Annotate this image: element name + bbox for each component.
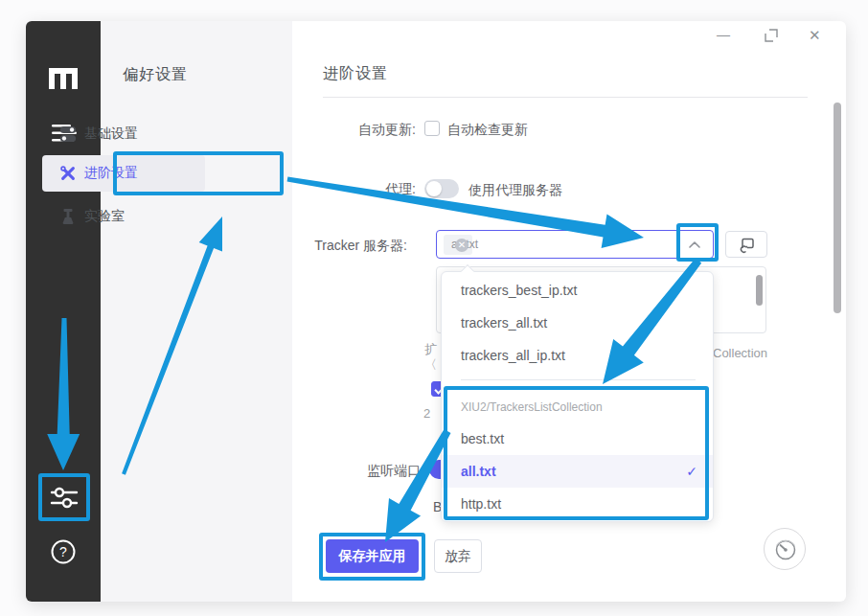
nav-item-lab[interactable]: 实验室 xyxy=(42,200,205,233)
app-sidebar: ? xyxy=(26,21,101,602)
sync-tracker-button[interactable] xyxy=(725,231,767,258)
help-text-fragment-collection: Collection xyxy=(713,346,767,360)
maximize-button[interactable] xyxy=(764,28,779,43)
main-scrollbar[interactable] xyxy=(834,103,841,313)
lab-icon xyxy=(59,208,77,225)
proxy-label: 代理: xyxy=(320,181,416,198)
save-apply-button[interactable]: 保存并应用 xyxy=(326,539,419,573)
sync-note-fragment: 2 xyxy=(423,406,430,421)
tracker-server-label: Tracker 服务器: xyxy=(299,238,407,255)
title-divider xyxy=(323,97,808,98)
basic-settings-icon xyxy=(59,125,77,143)
dropdown-item-selected[interactable]: all.txt ✓ xyxy=(442,455,713,488)
listen-port-label: 监听端口 xyxy=(367,463,421,480)
dropdown-item[interactable]: best.txt xyxy=(442,422,713,455)
tracker-select-input[interactable]: all.txt ✕ xyxy=(436,230,714,259)
help-question-icon[interactable]: ? xyxy=(50,538,77,565)
auto-update-checkbox-label[interactable]: 自动检查更新 xyxy=(447,122,528,139)
dropdown-group-divider xyxy=(461,379,696,380)
tracker-dropdown: trackers_best_ip.txt trackers_all.txt tr… xyxy=(441,271,714,522)
preferences-title: 偏好设置 xyxy=(123,65,188,85)
screenshot-root: ? 偏好设置 基础设置 进阶设置 xyxy=(0,0,868,616)
dropdown-item[interactable]: trackers_all_ip.txt xyxy=(442,339,713,372)
chevron-up-icon[interactable] xyxy=(687,238,702,253)
motrix-logo-icon xyxy=(48,67,79,90)
svg-text:?: ? xyxy=(59,544,67,559)
auto-update-label: 自动更新: xyxy=(320,122,416,139)
proxy-toggle[interactable] xyxy=(424,179,459,198)
selected-item-label: all.txt xyxy=(461,455,496,488)
dropdown-item[interactable]: http.txt xyxy=(442,488,713,520)
help-text-fragment-left2: 〈 xyxy=(424,356,437,374)
advanced-settings-icon xyxy=(59,165,77,182)
discard-button[interactable]: 放弃 xyxy=(434,539,482,573)
selected-tag: all.txt ✕ xyxy=(444,235,472,255)
preferences-panel xyxy=(101,21,292,602)
check-icon: ✓ xyxy=(686,455,697,488)
auto-update-checkbox[interactable] xyxy=(424,121,440,136)
preferences-sliders-icon[interactable] xyxy=(49,485,80,512)
nav-item-advanced-settings[interactable]: 进阶设置 xyxy=(42,155,205,192)
app-window: ? 偏好设置 基础设置 进阶设置 xyxy=(26,21,846,602)
dropdown-item[interactable]: trackers_all.txt xyxy=(442,307,713,339)
page-title: 进阶设置 xyxy=(323,64,388,84)
sync-icon xyxy=(739,237,756,254)
close-button[interactable]: ✕ xyxy=(809,27,821,44)
nav-label-basic: 基础设置 xyxy=(84,125,138,143)
proxy-toggle-label: 使用代理服务器 xyxy=(468,182,562,199)
textarea-scrollbar[interactable] xyxy=(756,275,763,306)
nav-item-basic-settings[interactable]: 基础设置 xyxy=(42,118,205,150)
minimize-button[interactable]: — xyxy=(717,27,730,42)
dropdown-item[interactable]: trackers_best_ip.txt xyxy=(442,274,713,307)
speedometer-icon xyxy=(773,537,798,562)
speed-limit-button[interactable] xyxy=(764,528,806,570)
nav-label-advanced: 进阶设置 xyxy=(84,165,138,182)
tag-remove-icon[interactable]: ✕ xyxy=(455,239,468,252)
dropdown-group-label: XIU2/TrackersListCollection xyxy=(461,400,603,414)
nav-label-lab: 实验室 xyxy=(84,208,125,225)
